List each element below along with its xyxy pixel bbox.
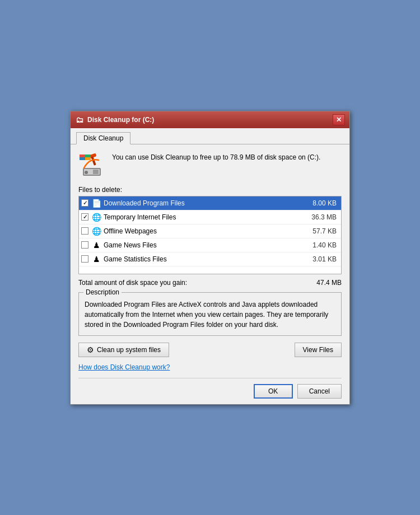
tab-disk-cleanup[interactable]: Disk Cleanup [76, 132, 130, 144]
title-bar-left: 🗂 Disk Cleanup for (C:) [75, 115, 154, 124]
file-size: 36.3 MB [311, 213, 337, 221]
view-files-label: View Files [303, 346, 333, 354]
file-size: 8.00 KB [312, 199, 337, 207]
total-value: 47.4 MB [316, 279, 342, 287]
help-link[interactable]: How does Disk Cleanup work? [78, 363, 170, 371]
clean-up-label: Clean up system files [97, 346, 161, 354]
close-button[interactable]: ✕ [333, 114, 345, 125]
file-checkbox[interactable] [81, 255, 88, 263]
file-row[interactable]: 🌐Temporary Internet Files36.3 MB [79, 210, 341, 224]
svg-rect-7 [85, 154, 91, 157]
description-legend: Description [83, 288, 122, 296]
file-type-icon: 🌐 [91, 212, 101, 222]
intro-section: You can use Disk Cleanup to free up to 7… [78, 152, 342, 179]
file-name: Offline Webpages [104, 227, 312, 235]
svg-rect-2 [93, 170, 99, 174]
file-checkbox[interactable] [81, 241, 88, 249]
ok-button[interactable]: OK [254, 384, 293, 399]
description-text: Downloaded Program Files are ActiveX con… [85, 299, 335, 330]
view-files-button[interactable]: View Files [295, 343, 342, 357]
svg-rect-8 [80, 157, 85, 160]
footer-buttons: OK Cancel [78, 378, 342, 399]
title-bar: 🗂 Disk Cleanup for (C:) ✕ [71, 111, 349, 128]
file-checkbox[interactable] [81, 199, 88, 207]
help-link-row: How does Disk Cleanup work? [78, 363, 342, 371]
clean-up-system-files-button[interactable]: ⚙ Clean up system files [78, 343, 169, 357]
action-buttons-row: ⚙ Clean up system files View Files [78, 343, 342, 357]
file-name: Downloaded Program Files [104, 199, 312, 207]
files-section-label: Files to delete: [78, 186, 342, 194]
file-name: Game News Files [104, 241, 312, 249]
file-size: 3.01 KB [312, 255, 337, 263]
file-size: 57.7 KB [312, 227, 337, 235]
file-checkbox[interactable] [81, 213, 88, 221]
file-name: Temporary Internet Files [104, 213, 311, 221]
description-group: Description Downloaded Program Files are… [78, 292, 342, 336]
file-row[interactable]: 🌐Offline Webpages57.7 KB [79, 224, 341, 238]
window-title: Disk Cleanup for (C:) [87, 116, 154, 124]
window-content: You can use Disk Cleanup to free up to 7… [71, 144, 349, 404]
file-row[interactable]: ♟Game Statistics Files3.01 KB [79, 252, 341, 266]
disk-cleanup-icon [78, 152, 105, 179]
file-name: Game Statistics Files [104, 255, 312, 263]
svg-rect-9 [85, 157, 91, 160]
file-row[interactable]: 📄Downloaded Program Files8.00 KB [79, 196, 341, 210]
file-size: 1.40 KB [312, 241, 337, 249]
cancel-button[interactable]: Cancel [297, 384, 342, 399]
files-list[interactable]: 📄Downloaded Program Files8.00 KB🌐Tempora… [78, 196, 342, 274]
file-type-icon: 🌐 [91, 226, 101, 236]
file-checkbox[interactable] [81, 227, 88, 235]
svg-point-3 [85, 171, 88, 174]
file-type-icon: ♟ [91, 254, 101, 264]
intro-text: You can use Disk Cleanup to free up to 7… [112, 152, 320, 162]
disk-cleanup-window: 🗂 Disk Cleanup for (C:) ✕ Disk Cleanup [70, 111, 350, 405]
file-type-icon: 📄 [91, 198, 101, 208]
title-bar-icon: 🗂 [75, 115, 84, 124]
tab-bar: Disk Cleanup [71, 128, 349, 144]
total-label: Total amount of disk space you gain: [78, 279, 187, 287]
total-row: Total amount of disk space you gain: 47.… [78, 279, 342, 287]
clean-up-icon: ⚙ [87, 345, 94, 354]
svg-rect-6 [80, 154, 85, 157]
file-row[interactable]: ♟Game News Files1.40 KB [79, 238, 341, 252]
file-type-icon: ♟ [91, 240, 101, 250]
